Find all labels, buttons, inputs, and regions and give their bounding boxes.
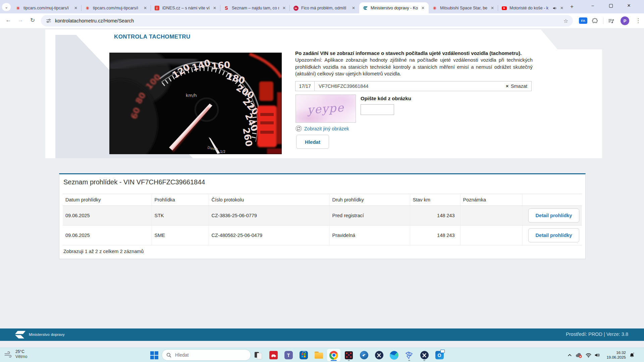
profile-button[interactable]: P — [621, 16, 629, 25]
taskbar-app-blue-shards[interactable] — [402, 349, 416, 361]
tab-tipcars-2[interactable]: ✳ tipcars.com/muj-tipcars/i ✕ — [82, 3, 151, 13]
tab-close-icon[interactable]: ✕ — [351, 6, 356, 10]
close-icon: ✕ — [506, 84, 509, 88]
media-controls-button[interactable] — [608, 18, 614, 24]
browser-menu-button[interactable]: ⋮ — [635, 17, 641, 24]
tab-tipcars-1[interactable]: ✳ tipcars.com/muj-tipcars/i ✕ — [12, 3, 82, 13]
cell-note — [460, 206, 522, 226]
clear-vin-button[interactable]: ✕ Smazat — [502, 83, 531, 89]
tab-ministerstvo-active[interactable]: Ministerstvo dopravy - Ko ✕ — [359, 2, 429, 13]
tab-youtube[interactable]: Motoristé do koše - k ✕ — [498, 3, 568, 13]
taskbar-app-edge[interactable] — [387, 349, 401, 361]
mail-badge-icon — [440, 350, 445, 353]
taskbar-app-x-circle-1[interactable] — [372, 349, 386, 361]
url-text[interactable]: kontrolatachometru.cz/Home/Search — [55, 18, 560, 23]
cell-type: STK — [152, 206, 209, 226]
reload-button[interactable]: ↻ — [28, 17, 37, 24]
edge-icon — [390, 351, 398, 360]
cell-date: 09.06.2025 — [63, 226, 152, 245]
youtube-favicon — [501, 5, 507, 11]
tab-close-icon[interactable]: ✕ — [559, 6, 564, 10]
taskbar: 25°C Větrno T — [0, 348, 644, 362]
tab-close-icon[interactable]: ✕ — [143, 6, 148, 10]
vin-input[interactable] — [315, 83, 502, 89]
taskbar-app-stacked-windows[interactable] — [252, 349, 265, 361]
cell-protocol: CZ-3836-25-06-0779 — [209, 206, 329, 226]
tab-title: Seznam – najdu tam, co n — [232, 6, 279, 10]
ministry-label: Ministerstvo dopravy — [29, 333, 65, 337]
tab-mitsubishi[interactable]: ✳ Mitsubishi Space Star, be ✕ — [429, 3, 498, 13]
tray-wifi[interactable] — [584, 348, 592, 362]
tipcars-favicon: ✳ — [85, 5, 90, 11]
weather-widget[interactable]: 25°C Větrno — [4, 349, 27, 359]
microsoft-store-icon — [300, 351, 308, 359]
extensions-button[interactable] — [592, 18, 598, 24]
tray-notifications[interactable] — [628, 348, 636, 362]
tab-close-icon[interactable]: ✕ — [212, 6, 217, 10]
new-tab-button[interactable]: + — [570, 3, 574, 10]
svg-text:1/2: 1/2 — [220, 150, 225, 154]
detail-button[interactable]: Detail prohlídky — [528, 208, 579, 223]
tipcars-favicon: ✳ — [432, 5, 437, 11]
col-action — [522, 194, 582, 206]
taskbar-app-x-circle-2[interactable] — [418, 349, 431, 361]
tray-volume[interactable] — [593, 348, 601, 362]
table-row: 09.06.2025 SME CZ-480562-25-06-0479 Prav… — [63, 226, 582, 245]
avatar: P — [621, 16, 629, 25]
tab-audio-icon[interactable] — [552, 6, 557, 10]
tray-time: 16:32 — [604, 350, 626, 355]
bookmark-star-icon[interactable]: ☆ — [564, 18, 568, 24]
window-maximize-button[interactable] — [606, 4, 616, 9]
tab-idnes[interactable]: i iDNES.cz – s námi víte víc ✕ — [151, 3, 220, 13]
start-button[interactable] — [150, 351, 158, 359]
taskbar-app-outlook[interactable]: O — [433, 349, 446, 361]
address-bar[interactable]: kontrolatachometru.cz/Home/Search ☆ — [41, 15, 573, 26]
site-info-icon[interactable] — [46, 18, 52, 24]
forward-button[interactable]: → — [16, 17, 25, 23]
taskbar-app-tipcars[interactable] — [267, 349, 280, 361]
captcha-code: yeype — [307, 101, 345, 117]
taskbar-app-chrome[interactable] — [327, 349, 340, 361]
tab-close-icon[interactable]: ✕ — [421, 6, 425, 10]
cell-note — [460, 226, 522, 245]
captcha-input[interactable] — [361, 104, 394, 115]
maximize-icon — [609, 4, 613, 8]
taskbar-search[interactable] — [162, 349, 251, 361]
detail-button[interactable]: Detail prohlídky — [528, 228, 579, 242]
back-button[interactable]: ← — [4, 17, 13, 23]
taskbar-app-store[interactable] — [297, 349, 310, 361]
file-explorer-icon — [315, 352, 323, 359]
tab-close-icon[interactable]: ✕ — [73, 6, 78, 10]
tab-close-icon[interactable]: ✕ — [490, 6, 495, 10]
results-title: Seznam prohlídek - VIN VF7CH6FZC39661844 — [63, 178, 205, 186]
tab-seznam[interactable]: S Seznam – najdu tam, co n ✕ — [220, 3, 290, 13]
tab-search-button[interactable]: ⌄ — [2, 3, 11, 11]
tab-title: tipcars.com/muj-tipcars/i — [93, 6, 140, 10]
search-button[interactable]: Hledat — [296, 135, 329, 149]
cell-type: SME — [152, 226, 209, 245]
taskbar-app-pixel-game[interactable] — [342, 349, 356, 361]
svg-text:km/h: km/h — [186, 93, 197, 98]
window-close-button[interactable]: ✕ — [624, 3, 634, 8]
wifi-icon — [585, 352, 592, 358]
tray-clock[interactable]: 16:32 19.06.2025 — [604, 350, 626, 360]
fa-extension-badge[interactable]: FA — [579, 17, 587, 24]
blue-shards-icon — [405, 351, 413, 359]
taskbar-app-teams[interactable]: T — [282, 349, 295, 361]
taskbar-app-file-explorer[interactable] — [312, 349, 325, 361]
refresh-captcha-link[interactable]: Zobrazit jiný obrázek — [296, 125, 349, 132]
cell-protocol: CZ-480562-25-06-0479 — [209, 226, 329, 245]
ministry-favicon — [363, 5, 368, 11]
window-minimize-button[interactable]: – — [588, 3, 598, 8]
playlist-music-icon — [608, 18, 614, 24]
taskbar-search-input[interactable] — [174, 352, 239, 358]
tray-chevron-up[interactable] — [566, 348, 574, 362]
taskbar-app-openoffice[interactable] — [357, 349, 371, 361]
clear-label: Smazat — [511, 83, 527, 89]
hero-section: KONTROLA TACHOMETRU 120 140 160 — [45, 29, 602, 158]
ministry-logo-icon — [15, 330, 26, 339]
tab-fico[interactable]: in Fico má problém, odmítl ✕ — [290, 3, 359, 13]
tab-close-icon[interactable]: ✕ — [282, 6, 286, 10]
tray-onedrive[interactable] — [574, 348, 583, 362]
refresh-captcha-label: Zobrazit jiný obrázek — [304, 126, 349, 131]
